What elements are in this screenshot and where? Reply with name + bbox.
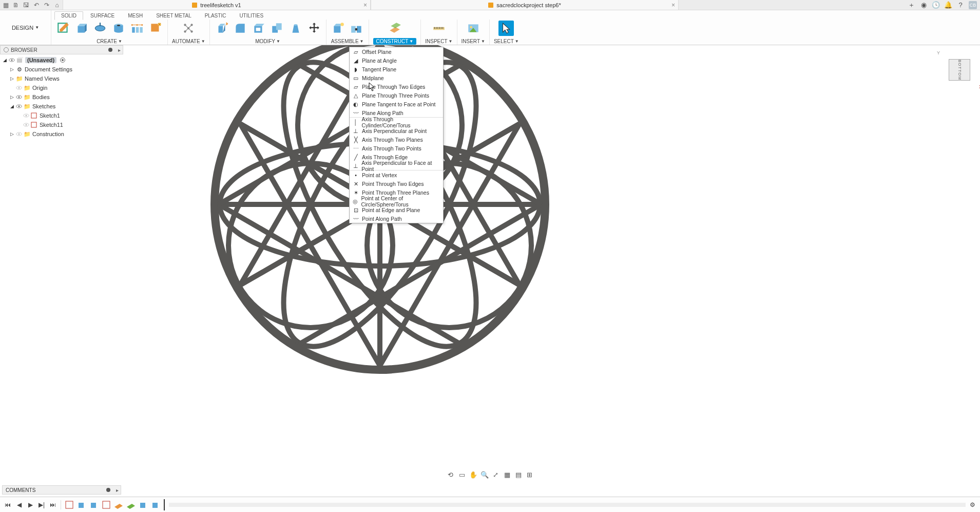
timeline-end-icon[interactable]: ⏭ (48, 500, 57, 509)
display-icon[interactable]: ▦ (503, 470, 512, 479)
mi-axis-two-points[interactable]: ⋯Axis Through Two Points (350, 144, 443, 153)
tree-item-bodies[interactable]: ▷ 📁 Bodies (2, 92, 123, 102)
construct-plane-button[interactable] (387, 21, 402, 36)
help-icon[interactable]: ? (956, 1, 965, 9)
close-icon[interactable]: × (363, 2, 367, 9)
eye-icon[interactable] (16, 103, 22, 109)
feature-plane[interactable] (126, 500, 136, 510)
feature-sketch[interactable] (64, 500, 74, 510)
pattern-button[interactable] (129, 21, 145, 36)
group-inspect-label[interactable]: INSPECT▼ (425, 39, 452, 45)
combine-button[interactable] (270, 21, 285, 36)
pan-icon[interactable]: ✋ (469, 470, 478, 479)
ribbon-tab-mesh[interactable]: MESH (122, 12, 149, 20)
mi-plane-tangent-face[interactable]: ◐Plane Tangent to Face at Point (350, 100, 443, 108)
eye-icon[interactable] (16, 94, 22, 100)
mi-point-center[interactable]: ◎Point at Center of Circle/Sphere/Torus (350, 197, 443, 205)
new-tab-icon[interactable]: ＋ (907, 1, 915, 9)
extensions-icon[interactable]: ◉ (919, 1, 928, 9)
grid-icon[interactable]: ▤ (514, 470, 523, 479)
group-insert-label[interactable]: INSERT▼ (462, 39, 485, 45)
tree-item-sketches[interactable]: ◢ 📁 Sketches (2, 102, 123, 111)
tree-item-origin[interactable]: ▷ 📁 Origin (2, 83, 123, 92)
mi-plane-three-points[interactable]: △Plane Through Three Points (350, 91, 443, 100)
mi-offset-plane[interactable]: ▱Offset Plane (350, 47, 443, 56)
browser-header[interactable]: BROWSER ▸ (0, 45, 123, 54)
mi-plane-at-angle[interactable]: ◢Plane at Angle (350, 56, 443, 65)
comments-panel[interactable]: COMMENTS ▸ (2, 485, 121, 495)
expand-icon[interactable]: ▷ (9, 67, 14, 72)
zoom-icon[interactable]: 🔍 (480, 470, 489, 479)
extrude-button[interactable] (74, 21, 89, 36)
automate-button[interactable] (181, 21, 196, 36)
workspace-switcher[interactable]: DESIGN ▼ (0, 10, 51, 45)
move-button[interactable] (306, 21, 322, 36)
clock-icon[interactable]: 🕓 (932, 1, 940, 9)
viewcube[interactable]: Y BOTTOM X (944, 54, 975, 85)
pin-icon[interactable]: ▸ (118, 47, 121, 53)
save-icon[interactable]: 🖫 (23, 2, 30, 9)
home-icon[interactable]: ⌂ (53, 2, 61, 9)
notifications-icon[interactable]: 🔔 (944, 1, 952, 9)
tree-item-sketch1[interactable]: ▷ Sketch1 (2, 111, 123, 120)
canvas[interactable] (0, 45, 980, 512)
feature-plane[interactable] (113, 500, 124, 510)
ribbon-tab-surface[interactable]: SURFACE (84, 12, 121, 20)
document-tab-2[interactable]: sacredclockproject step6* × (371, 0, 679, 10)
feature-sketch[interactable] (101, 500, 111, 510)
pin-icon[interactable]: ▸ (116, 487, 119, 493)
feature-extrude[interactable] (150, 500, 161, 510)
eye-icon[interactable] (9, 57, 15, 63)
viewports-icon[interactable]: ⊞ (525, 470, 534, 479)
close-icon[interactable]: × (671, 2, 675, 9)
measure-button[interactable] (431, 21, 447, 36)
eye-icon[interactable] (16, 85, 22, 91)
insert-button[interactable] (466, 21, 481, 36)
document-tab-1[interactable]: treelifesketch v1 × (63, 0, 371, 10)
timeline-start-icon[interactable]: ⏮ (3, 500, 12, 509)
expand-icon[interactable]: ▷ (9, 131, 14, 137)
timeline-track[interactable] (169, 503, 966, 507)
collapse-icon[interactable]: ◢ (2, 58, 7, 63)
ribbon-tab-sheetmetal[interactable]: SHEET METAL (150, 12, 198, 20)
mi-point-two-edges[interactable]: ✕Point Through Two Edges (350, 179, 443, 188)
mi-tangent-plane[interactable]: ◗Tangent Plane (350, 65, 443, 73)
file-icon[interactable]: 🗎 (12, 2, 20, 9)
redo-icon[interactable]: ↷ (43, 2, 50, 9)
group-select-label[interactable]: SELECT▼ (494, 39, 519, 45)
feature-extrude[interactable] (76, 500, 87, 510)
lookat-icon[interactable]: ▭ (457, 470, 467, 479)
select-button[interactable] (498, 21, 514, 36)
mi-axis-two-planes[interactable]: ╳Axis Through Two Planes (350, 135, 443, 144)
hole-button[interactable] (111, 21, 126, 36)
timeline-marker[interactable] (164, 499, 165, 510)
mi-point-along-path[interactable]: 〰Point Along Path (350, 214, 443, 223)
tree-item-docsettings[interactable]: ▷ ⚙ Document Settings (2, 65, 123, 74)
viewcube-face[interactable]: BOTTOM (949, 59, 970, 81)
ribbon-tab-solid[interactable]: SOLID (54, 11, 83, 20)
options-icon[interactable] (106, 488, 110, 492)
orbit-icon[interactable]: ⟲ (446, 470, 455, 479)
revolve-button[interactable] (92, 21, 108, 36)
tree-item-construction[interactable]: ▷ 📁 Construction (2, 129, 123, 139)
fit-icon[interactable]: ⤢ (491, 470, 501, 479)
collapse-icon[interactable]: ◢ (9, 104, 14, 109)
mi-point-vertex[interactable]: •Point at Vertex (350, 170, 443, 179)
timeline-play-icon[interactable]: ▶ (26, 500, 35, 509)
tree-item-namedviews[interactable]: ▷ 📁 Named Views (2, 74, 123, 83)
mi-axis-perp-face[interactable]: ⊥Axis Perpendicular to Face at Point (350, 161, 443, 170)
feature-extrude[interactable] (138, 500, 148, 510)
ribbon-tab-plastic[interactable]: PLASTIC (199, 12, 233, 20)
fillet-button[interactable] (233, 21, 248, 36)
tree-item-sketch11[interactable]: ▷ Sketch11 (2, 120, 123, 129)
expand-icon[interactable]: ▷ (9, 76, 14, 81)
sketch-button[interactable] (55, 21, 71, 36)
eye-icon[interactable] (16, 131, 22, 137)
expand-icon[interactable]: ▷ (9, 94, 14, 100)
eye-icon[interactable] (23, 122, 29, 128)
group-construct-label[interactable]: CONSTRUCT▼ (373, 38, 417, 45)
timeline-settings-icon[interactable]: ⚙ (968, 500, 977, 509)
mi-midplane[interactable]: ▭Midplane (350, 73, 443, 82)
active-radio-icon[interactable] (60, 58, 65, 63)
joint-button[interactable] (349, 21, 364, 36)
